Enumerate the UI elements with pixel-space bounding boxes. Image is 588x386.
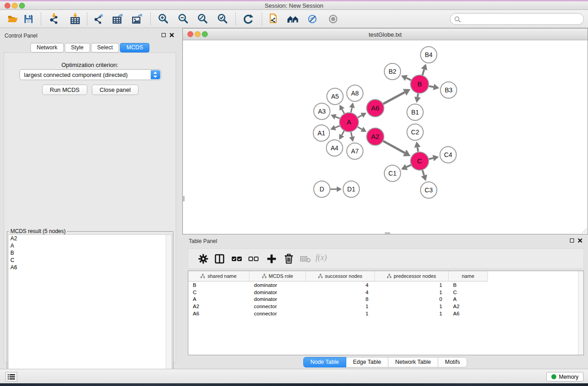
tab-network[interactable]: Network: [30, 43, 64, 52]
export-table-icon[interactable]: [112, 13, 124, 25]
node-table[interactable]: shared nameMCDS rolesuccessor nodesprede…: [188, 271, 584, 355]
criterion-dropdown[interactable]: largest connected component (directed): [19, 69, 161, 80]
open-session-icon[interactable]: [7, 13, 19, 25]
import-table-icon[interactable]: [69, 13, 81, 25]
export-network-icon[interactable]: [93, 13, 105, 25]
table-cell: 1: [375, 282, 449, 289]
column-header-shared-name[interactable]: shared name: [188, 271, 249, 281]
tab-mcds[interactable]: MCDS: [120, 43, 149, 52]
graph-node-label-C3: C3: [425, 186, 433, 194]
select-all-icon[interactable]: [231, 253, 243, 265]
graph-node-label-A3: A3: [318, 108, 325, 115]
task-history-button[interactable]: [5, 372, 17, 381]
tab-motifs[interactable]: Motifs: [438, 357, 467, 367]
graph-edge-B-B3[interactable]: [429, 86, 434, 87]
graph-edge-C-C3[interactable]: [422, 170, 424, 176]
unselect-all-icon[interactable]: [248, 253, 259, 265]
graph-edge-A2-C[interactable]: [383, 141, 405, 153]
graph-edge-C-C4[interactable]: [429, 158, 433, 159]
show-columns-icon[interactable]: [214, 253, 225, 265]
task-list-icon: [8, 374, 15, 380]
zoom-in-icon[interactable]: [158, 13, 169, 25]
column-header-predecessor-nodes[interactable]: predecessor nodes: [375, 271, 449, 281]
resize-grip-icon[interactable]: [581, 227, 587, 234]
graph-edge-A-A5[interactable]: [342, 109, 344, 113]
float-table-panel-icon[interactable]: [570, 238, 574, 243]
table-row[interactable]: Bdominator41B: [188, 282, 488, 289]
graph-edge-B-B4[interactable]: [422, 69, 424, 75]
export-image-icon[interactable]: [131, 13, 143, 25]
graph-edge-A-A8[interactable]: [351, 108, 352, 113]
canvas-hscroll-stub[interactable]: [385, 232, 390, 234]
import-network-icon[interactable]: [48, 13, 60, 25]
graph-edge-A-A2[interactable]: [358, 127, 362, 129]
graph-edge-A-A7[interactable]: [351, 132, 352, 137]
table-cell: A: [188, 296, 249, 303]
column-hierarchy-icon: [262, 274, 267, 278]
delete-column-trash-icon[interactable]: [283, 253, 295, 265]
column-header-label: successor nodes: [325, 273, 363, 279]
table-scrollbar[interactable]: [578, 271, 583, 355]
graph-edge-C-C2[interactable]: [417, 147, 418, 152]
table-row[interactable]: Adominator80A: [188, 296, 488, 303]
column-header-mcds-role[interactable]: MCDS role: [249, 271, 306, 281]
network-graph[interactable]: AA1A2A3A4A5A6A7A8BB1B2B3B4CC1C2C3C4DD1: [183, 40, 588, 234]
tab-edge-table[interactable]: Edge Table: [346, 357, 388, 367]
close-table-panel-icon[interactable]: [578, 238, 583, 243]
close-panel-icon[interactable]: [169, 33, 174, 38]
table-cell: connector: [249, 303, 306, 310]
graph-edge-A-A4[interactable]: [342, 131, 344, 135]
mcds-result-item[interactable]: A: [9, 242, 172, 249]
add-column-icon[interactable]: [266, 253, 277, 265]
graph-edge-A6-B[interactable]: [383, 92, 405, 104]
refresh-view-icon[interactable]: [242, 13, 254, 25]
graph-edge-A-A1[interactable]: [335, 126, 339, 128]
table-settings-gear-icon[interactable]: [197, 253, 209, 265]
mcds-result-item[interactable]: B: [9, 249, 172, 257]
close-panel-button[interactable]: Close panel: [92, 85, 139, 95]
hide-graphics-icon[interactable]: [306, 13, 318, 25]
mcds-result-item[interactable]: A2: [9, 235, 172, 242]
table-cell: 1: [306, 303, 375, 310]
table-cell: A2: [449, 303, 488, 310]
mcds-list-scrollbar[interactable]: [166, 235, 172, 385]
graph-edge-C-C1[interactable]: [406, 165, 411, 167]
mcds-result-item[interactable]: A6: [9, 264, 172, 271]
table-row[interactable]: Cdominator41C: [188, 289, 488, 296]
tab-style[interactable]: Style: [65, 43, 90, 52]
table-cell: dominator: [249, 296, 306, 303]
column-hierarchy-icon: [201, 274, 205, 278]
zoom-out-icon[interactable]: [177, 13, 189, 25]
destroy-table-icon: [300, 253, 311, 265]
table-row[interactable]: A6connector11A6: [188, 310, 488, 318]
column-header-successor-nodes[interactable]: successor nodes: [306, 271, 375, 281]
mcds-result-item[interactable]: C: [9, 257, 172, 264]
table-cell: A6: [188, 310, 249, 318]
run-mcds-button[interactable]: Run MCDS: [42, 85, 87, 95]
show-graphics-eye-icon[interactable]: [327, 13, 339, 25]
tab-select[interactable]: Select: [91, 43, 120, 52]
search-input[interactable]: [464, 14, 579, 24]
home-layout-icon[interactable]: [287, 13, 299, 25]
zoom-fit-icon[interactable]: [197, 13, 209, 25]
search-field[interactable]: [450, 13, 584, 25]
tab-network-table[interactable]: Network Table: [388, 357, 438, 367]
toolbar-separator: [262, 13, 262, 25]
network-canvas[interactable]: AA1A2A3A4A5A6A7A8BB1B2B3B4CC1C2C3C4DD1: [183, 40, 588, 234]
zoom-selected-icon[interactable]: [217, 13, 229, 25]
graph-edge-B-B2[interactable]: [406, 78, 411, 80]
clone-network-icon[interactable]: [268, 13, 280, 25]
table-row[interactable]: A2connector11A2: [188, 303, 488, 310]
graph-edge-A-A6[interactable]: [358, 115, 362, 118]
toolbar-separator: [87, 13, 87, 25]
column-header-name[interactable]: name: [449, 271, 488, 281]
graph-edge-arrowhead: [337, 186, 342, 192]
graph-edge-A-A3[interactable]: [335, 117, 339, 119]
canvas-vscroll-stub[interactable]: [183, 196, 185, 201]
graph-edge-B-B1[interactable]: [417, 94, 418, 97]
mcds-result-list[interactable]: A2ABCA6: [8, 234, 172, 386]
save-session-icon[interactable]: [23, 13, 34, 25]
float-panel-icon[interactable]: [162, 33, 166, 37]
tab-node-table[interactable]: Node Table: [303, 357, 346, 367]
memory-button[interactable]: Memory: [546, 372, 583, 381]
